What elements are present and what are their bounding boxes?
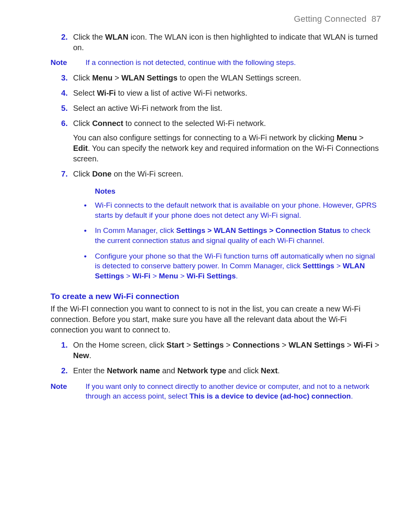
step-text: Enter the Network name and Network type … xyxy=(73,366,381,376)
step-2b: 2. Enter the Network name and Network ty… xyxy=(51,366,381,376)
chapter-title: Getting Connected xyxy=(294,14,367,24)
step-body: Click the WLAN icon. The WLAN icon is th… xyxy=(73,32,381,53)
notes-item: • Configure your phone so that the Wi-Fi… xyxy=(84,251,381,281)
step-number: 2. xyxy=(51,366,73,376)
section-intro: If the Wi-FI connection you want to conn… xyxy=(51,304,381,335)
note-inline: Note If you want only to connect directl… xyxy=(51,381,381,401)
step-number: 3. xyxy=(51,73,73,83)
step-text: Select an active Wi-Fi network from the … xyxy=(73,103,381,114)
notes-body: Wi-Fi connects to the default network th… xyxy=(95,200,381,220)
step-body: Click Connect to connect to the selected… xyxy=(73,118,381,164)
notes-block: Notes • Wi-Fi connects to the default ne… xyxy=(84,186,381,281)
step-4: 4. Select Wi-Fi to view a list of active… xyxy=(51,88,381,98)
step-body: Enter the Network name and Network type … xyxy=(73,366,381,376)
notes-item: • In Comm Manager, click Settings > WLAN… xyxy=(84,226,381,245)
note-inline: Note If a connection is not detected, co… xyxy=(51,58,381,68)
notes-item: • Wi-Fi connects to the default network … xyxy=(84,200,381,220)
step-text: Click Connect to connect to the selected… xyxy=(73,118,381,129)
step-body: On the Home screen, click Start > Settin… xyxy=(73,340,381,361)
step-5: 5. Select an active Wi-Fi network from t… xyxy=(51,103,381,114)
step-number: 4. xyxy=(51,88,73,98)
step-number: 2. xyxy=(51,32,73,53)
notes-body: In Comm Manager, click Settings > WLAN S… xyxy=(95,226,381,245)
page-number: 87 xyxy=(371,14,381,24)
step-text: Click the WLAN icon. The WLAN icon is th… xyxy=(73,32,381,53)
step-text: Click Menu > WLAN Settings to open the W… xyxy=(73,73,381,83)
notes-body: Configure your phone so that the Wi-Fi f… xyxy=(95,251,381,281)
step-text: Click Done on the Wi-Fi screen. xyxy=(73,169,381,179)
step-1b: 1. On the Home screen, click Start > Set… xyxy=(51,340,381,361)
step-body: Click Done on the Wi-Fi screen. xyxy=(73,169,381,179)
note-label: Note xyxy=(51,58,86,68)
step-3: 3. Click Menu > WLAN Settings to open th… xyxy=(51,73,381,83)
note-text: If you want only to connect directly to … xyxy=(86,381,381,401)
step-7: 7. Click Done on the Wi-Fi screen. xyxy=(51,169,381,179)
step-text: On the Home screen, click Start > Settin… xyxy=(73,340,381,361)
notes-heading: Notes xyxy=(95,186,381,196)
step-text: Select Wi-Fi to view a list of active Wi… xyxy=(73,88,381,98)
note-label: Note xyxy=(51,381,86,401)
step-number: 1. xyxy=(51,340,73,361)
step-body: Select Wi-Fi to view a list of active Wi… xyxy=(73,88,381,98)
step-2: 2. Click the WLAN icon. The WLAN icon is… xyxy=(51,32,381,53)
step-number: 7. xyxy=(51,169,73,179)
bullet-icon: • xyxy=(84,251,95,281)
step-6: 6. Click Connect to connect to the selec… xyxy=(51,118,381,164)
step-body: Click Menu > WLAN Settings to open the W… xyxy=(73,73,381,83)
bullet-icon: • xyxy=(84,200,95,220)
step-number: 5. xyxy=(51,103,73,114)
steps-list-2: 1. On the Home screen, click Start > Set… xyxy=(51,340,381,376)
step-number: 6. xyxy=(51,118,73,164)
bullet-icon: • xyxy=(84,226,95,245)
note-text: If a connection is not detected, continu… xyxy=(86,58,381,68)
section-heading: To create a new Wi-Fi connection xyxy=(51,291,381,302)
step-text-extra: You can also configure settings for conn… xyxy=(73,133,381,164)
page-header: Getting Connected 87 xyxy=(51,13,381,25)
step-body: Select an active Wi-Fi network from the … xyxy=(73,103,381,114)
